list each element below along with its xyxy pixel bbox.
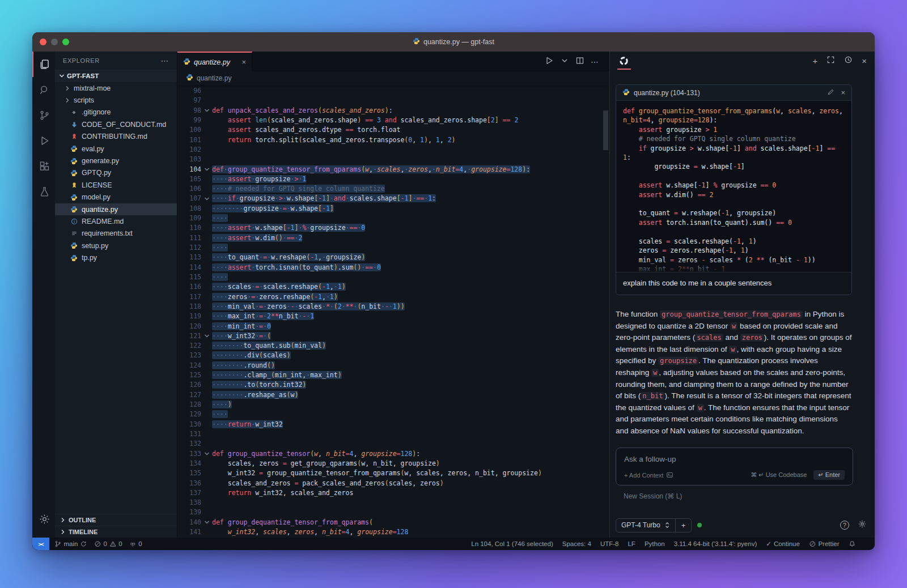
line-number[interactable]: 113 xyxy=(177,253,201,262)
ports-status[interactable]: 0 xyxy=(129,540,142,548)
source-control-activity-icon[interactable] xyxy=(32,103,55,128)
close-tab-icon[interactable]: × xyxy=(241,58,246,66)
fold-chevron-icon[interactable] xyxy=(201,233,212,243)
fold-chevron-icon[interactable] xyxy=(201,145,212,155)
zoom-window-button[interactable] xyxy=(62,39,69,45)
fold-chevron-icon[interactable] xyxy=(201,370,212,380)
cursor-position[interactable]: Ln 104, Col 1 (746 selected) xyxy=(471,540,553,547)
run-debug-activity-icon[interactable] xyxy=(32,128,55,154)
line-number[interactable]: 110 xyxy=(177,223,201,233)
file-item-requirements.txt[interactable]: requirements.txt xyxy=(55,228,177,240)
line-number[interactable]: 119 xyxy=(177,312,201,321)
fold-chevron-icon[interactable] xyxy=(201,282,212,292)
remote-indicator[interactable]: >< xyxy=(32,538,49,550)
remove-snippet-icon[interactable]: × xyxy=(841,88,845,97)
fold-chevron-icon[interactable] xyxy=(201,165,212,174)
fold-chevron-icon[interactable] xyxy=(201,380,212,390)
line-number[interactable]: 125 xyxy=(177,370,201,380)
line-number[interactable]: 131 xyxy=(177,429,201,439)
file-item-tp.py[interactable]: tp.py xyxy=(55,252,177,263)
fold-chevron-icon[interactable] xyxy=(201,498,212,508)
add-model-button[interactable]: + xyxy=(675,519,692,532)
extensions-activity-icon[interactable] xyxy=(32,154,55,179)
file-item-generate.py[interactable]: generate.py xyxy=(55,155,177,167)
line-number[interactable]: 122 xyxy=(177,341,201,351)
language-mode[interactable]: Python xyxy=(645,540,665,547)
file-item-CONTRIBUTING.md[interactable]: CONTRIBUTING.md xyxy=(55,131,177,143)
line-number[interactable]: 120 xyxy=(177,322,201,331)
prettier-status[interactable]: Prettier xyxy=(809,540,840,548)
fold-chevron-icon[interactable] xyxy=(201,479,212,488)
fold-chevron-icon[interactable] xyxy=(201,272,212,282)
line-number[interactable]: 117 xyxy=(177,292,201,302)
workspace-root-folder[interactable]: GPT-FAST xyxy=(55,70,177,82)
fold-chevron-icon[interactable] xyxy=(201,243,212,253)
line-number[interactable]: 104 xyxy=(177,165,201,174)
line-number[interactable]: 130 xyxy=(177,420,201,429)
search-activity-icon[interactable] xyxy=(32,77,55,103)
notifications-bell-icon[interactable] xyxy=(849,540,856,548)
file-item-README.md[interactable]: README.md xyxy=(55,215,177,227)
line-number[interactable]: 112 xyxy=(177,243,201,253)
outline-section[interactable]: OUTLINE xyxy=(55,514,177,526)
file-item-eval.py[interactable]: eval.py xyxy=(55,143,177,155)
fold-chevron-icon[interactable] xyxy=(201,263,212,272)
fold-chevron-icon[interactable] xyxy=(201,341,212,351)
line-number[interactable]: 98 xyxy=(177,106,201,116)
indentation[interactable]: Spaces: 4 xyxy=(562,540,591,547)
use-codebase-button[interactable]: ⌘ ↵ Use Codebase xyxy=(751,471,807,479)
line-number[interactable]: 118 xyxy=(177,302,201,312)
new-session-plus-icon[interactable]: + xyxy=(812,57,817,65)
editor-scrollbar[interactable] xyxy=(603,110,608,150)
fold-chevron-icon[interactable] xyxy=(201,253,212,262)
line-number[interactable]: 123 xyxy=(177,351,201,360)
fold-chevron-icon[interactable] xyxy=(201,410,212,419)
line-number[interactable]: 96 xyxy=(177,86,201,96)
fold-chevron-icon[interactable] xyxy=(201,116,212,125)
line-number[interactable]: 141 xyxy=(177,527,201,537)
line-number[interactable]: 107 xyxy=(177,194,201,203)
fold-chevron-icon[interactable] xyxy=(201,155,212,164)
line-number[interactable]: 114 xyxy=(177,263,201,272)
line-number[interactable]: 137 xyxy=(177,488,201,498)
fold-chevron-icon[interactable] xyxy=(201,361,212,370)
fold-chevron-icon[interactable] xyxy=(201,223,212,233)
file-item-CODE_OF_CONDUCT.md[interactable]: CODE_OF_CONDUCT.md xyxy=(55,118,177,130)
line-number[interactable]: 126 xyxy=(177,380,201,390)
fold-chevron-icon[interactable] xyxy=(201,184,212,194)
fold-chevron-icon[interactable] xyxy=(201,86,212,96)
encoding[interactable]: UTF-8 xyxy=(600,540,619,547)
fold-chevron-icon[interactable] xyxy=(201,351,212,360)
fold-chevron-icon[interactable] xyxy=(201,429,212,439)
run-python-file-icon[interactable] xyxy=(545,56,554,67)
line-number[interactable]: 138 xyxy=(177,498,201,508)
fold-chevron-icon[interactable] xyxy=(201,194,212,203)
history-icon[interactable] xyxy=(844,56,853,66)
file-item-LICENSE[interactable]: LICENSE xyxy=(55,179,177,191)
git-branch-status[interactable]: main xyxy=(54,540,87,548)
line-number[interactable]: 106 xyxy=(177,184,201,194)
line-number[interactable]: 134 xyxy=(177,459,201,468)
fold-chevron-icon[interactable] xyxy=(201,459,212,468)
file-item-GPTQ.py[interactable]: GPTQ.py xyxy=(55,167,177,179)
line-number[interactable]: 129 xyxy=(177,410,201,419)
add-context-button[interactable]: + Add Context xyxy=(624,471,673,479)
fold-chevron-icon[interactable] xyxy=(201,331,212,341)
fold-chevron-icon[interactable] xyxy=(201,390,212,400)
run-options-chevron-icon[interactable] xyxy=(560,56,569,67)
fold-chevron-icon[interactable] xyxy=(201,96,212,105)
edit-pencil-icon[interactable] xyxy=(827,88,834,97)
close-panel-icon[interactable]: × xyxy=(862,57,867,65)
explorer-more-actions-icon[interactable]: ⋯ xyxy=(160,56,169,65)
line-number[interactable]: 103 xyxy=(177,155,201,164)
fold-chevron-icon[interactable] xyxy=(201,135,212,145)
folder-item-mixtral-moe[interactable]: mixtral-moe xyxy=(55,82,177,94)
line-number[interactable]: 99 xyxy=(177,116,201,125)
file-item-model.py[interactable]: model.py xyxy=(55,191,177,203)
fold-chevron-icon[interactable] xyxy=(201,106,212,116)
fold-chevron-icon[interactable] xyxy=(201,488,212,498)
split-editor-icon[interactable] xyxy=(575,56,584,67)
testing-activity-icon[interactable] xyxy=(32,179,55,204)
editor-more-actions-icon[interactable]: ⋯ xyxy=(591,57,599,66)
fold-chevron-icon[interactable] xyxy=(201,302,212,312)
